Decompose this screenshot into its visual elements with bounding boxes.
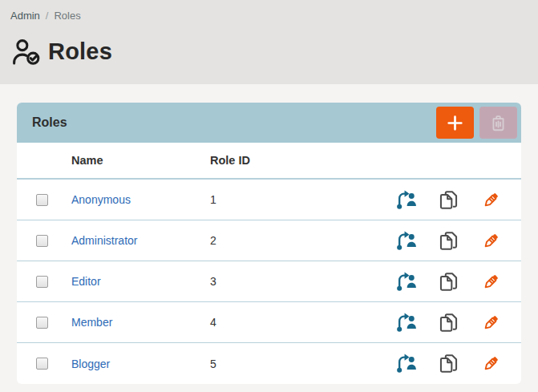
copy-button[interactable] (438, 271, 459, 293)
edit-button[interactable] (480, 312, 502, 333)
copy-icon (438, 312, 459, 333)
roles-panel-header: Roles (17, 103, 521, 143)
edit-button[interactable] (480, 230, 502, 252)
copy-button[interactable] (438, 353, 459, 374)
add-role-button[interactable] (436, 107, 474, 139)
page-title: Roles (48, 38, 112, 65)
role-id-value: 3 (210, 275, 393, 288)
table-row: Member 4 (17, 302, 521, 343)
edit-pencil-icon (480, 353, 502, 374)
column-header-role-id: Role ID (210, 154, 393, 167)
permissions-button[interactable] (395, 189, 417, 211)
role-name-link[interactable]: Blogger (71, 358, 110, 370)
row-checkbox[interactable] (36, 194, 48, 206)
role-id-value: 2 (210, 234, 393, 247)
page-header: Admin / Roles Roles (0, 0, 538, 84)
role-name-link[interactable]: Administrator (71, 234, 137, 247)
edit-button[interactable] (480, 271, 502, 293)
role-id-value: 5 (210, 358, 393, 370)
copy-button[interactable] (438, 230, 459, 252)
roles-table: Name Role ID Anonymous 1 Administrator (17, 143, 521, 384)
role-name-link[interactable]: Anonymous (71, 193, 131, 206)
permissions-button[interactable] (395, 353, 417, 374)
permissions-button[interactable] (395, 271, 417, 293)
user-check-icon (10, 38, 40, 66)
row-checkbox[interactable] (36, 276, 48, 288)
breadcrumb-separator: / (46, 10, 49, 22)
user-permissions-icon (395, 189, 417, 211)
breadcrumb-item-admin[interactable]: Admin (10, 10, 40, 22)
permissions-button[interactable] (395, 230, 417, 252)
table-row: Anonymous 1 (17, 180, 521, 220)
permissions-button[interactable] (395, 312, 417, 333)
role-name-link[interactable]: Editor (71, 275, 101, 288)
table-header-row: Name Role ID (17, 143, 521, 180)
plus-icon (445, 113, 465, 133)
trash-icon (488, 113, 508, 133)
row-checkbox[interactable] (36, 358, 48, 370)
edit-pencil-icon (480, 189, 502, 211)
row-checkbox[interactable] (36, 235, 48, 247)
edit-pencil-icon (480, 271, 502, 293)
user-permissions-icon (395, 230, 417, 252)
edit-button[interactable] (480, 353, 502, 374)
page-body: Roles Name Role ID Anonymous (0, 84, 538, 384)
row-checkbox[interactable] (36, 317, 48, 329)
role-name-link[interactable]: Member (71, 316, 112, 329)
table-row: Administrator 2 (17, 220, 521, 261)
table-row: Editor 3 (17, 261, 521, 302)
role-id-value: 1 (210, 193, 393, 206)
roles-panel: Roles Name Role ID Anonymous (17, 103, 521, 384)
copy-icon (438, 230, 459, 252)
user-permissions-icon (395, 271, 417, 293)
breadcrumb-item-roles: Roles (54, 10, 80, 22)
user-permissions-icon (395, 353, 417, 374)
copy-button[interactable] (438, 312, 459, 333)
panel-title: Roles (32, 115, 67, 130)
edit-button[interactable] (480, 189, 502, 211)
delete-roles-button[interactable] (479, 107, 517, 139)
breadcrumb: Admin / Roles (10, 10, 528, 22)
copy-icon (438, 353, 459, 374)
user-permissions-icon (395, 312, 417, 333)
copy-button[interactable] (438, 189, 459, 211)
column-header-name: Name (71, 154, 210, 167)
table-row: Blogger 5 (17, 343, 521, 384)
copy-icon (438, 189, 459, 211)
copy-icon (438, 271, 459, 293)
role-id-value: 4 (210, 316, 393, 329)
edit-pencil-icon (480, 312, 502, 333)
edit-pencil-icon (480, 230, 502, 252)
